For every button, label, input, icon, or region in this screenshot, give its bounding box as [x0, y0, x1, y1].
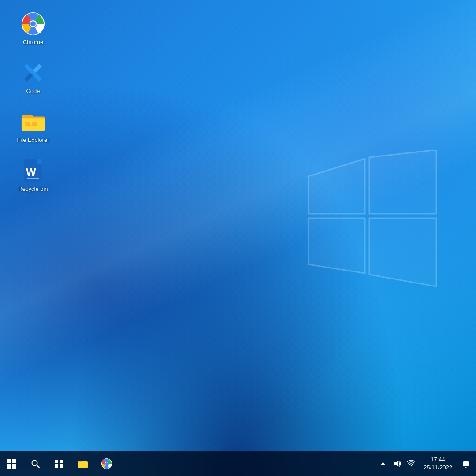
svg-rect-12: [28, 125, 37, 126]
recycle-bin-icon-item[interactable]: W Recycle bin: [13, 156, 53, 196]
desktop-icons-container: Chrome Code: [0, 0, 66, 205]
svg-line-22: [37, 465, 39, 468]
svg-rect-25: [55, 464, 58, 468]
file-explorer-label: File Explorer: [17, 137, 49, 144]
svg-marker-2: [309, 218, 365, 273]
file-explorer-icon-item[interactable]: File Explorer: [13, 107, 53, 147]
system-tray: 17:44 25/11/2022: [378, 451, 472, 476]
taskbar-left: [0, 451, 118, 476]
start-button[interactable]: [0, 451, 23, 476]
clock[interactable]: 17:44 25/11/2022: [420, 456, 456, 472]
svg-marker-33: [394, 461, 398, 467]
word-icon: W: [21, 158, 45, 183]
chrome-label: Chrome: [23, 39, 43, 46]
svg-rect-27: [78, 461, 88, 468]
vscode-icon: [21, 60, 45, 85]
svg-marker-3: [369, 218, 436, 286]
windows-logo-bg: [300, 150, 441, 291]
task-view-button[interactable]: [48, 451, 71, 476]
svg-rect-24: [60, 460, 63, 463]
svg-rect-20: [12, 464, 16, 469]
svg-rect-26: [60, 464, 63, 468]
chrome-icon: [21, 11, 45, 36]
folder-icon: [21, 109, 45, 134]
svg-rect-23: [55, 460, 58, 463]
wifi-icon[interactable]: [406, 458, 416, 469]
svg-marker-1: [369, 150, 436, 214]
taskbar: 17:44 25/11/2022: [0, 451, 476, 476]
chrome-icon-item[interactable]: Chrome: [13, 9, 53, 49]
svg-point-7: [30, 21, 36, 26]
recycle-bin-label: Recycle bin: [18, 186, 48, 193]
svg-marker-32: [381, 462, 385, 465]
taskbar-file-explorer-button[interactable]: [71, 451, 94, 476]
clock-time: 17:44: [431, 456, 445, 464]
desktop: Chrome Code: [0, 0, 476, 476]
vscode-icon-item[interactable]: Code: [13, 58, 53, 98]
svg-rect-18: [12, 459, 16, 463]
notification-button[interactable]: [459, 451, 472, 476]
volume-icon[interactable]: [392, 458, 402, 469]
taskbar-right: 17:44 25/11/2022: [378, 451, 476, 476]
clock-date: 25/11/2022: [424, 464, 452, 472]
svg-text:W: W: [26, 166, 36, 178]
svg-marker-0: [309, 159, 365, 214]
search-button[interactable]: [24, 451, 47, 476]
show-hidden-icons-button[interactable]: [378, 458, 388, 469]
svg-rect-17: [7, 459, 11, 463]
svg-rect-14: [37, 159, 42, 164]
taskbar-chrome-button[interactable]: [95, 451, 118, 476]
svg-point-31: [105, 462, 108, 465]
code-label: Code: [26, 88, 40, 95]
svg-rect-16: [27, 178, 39, 178]
svg-rect-19: [7, 464, 11, 469]
